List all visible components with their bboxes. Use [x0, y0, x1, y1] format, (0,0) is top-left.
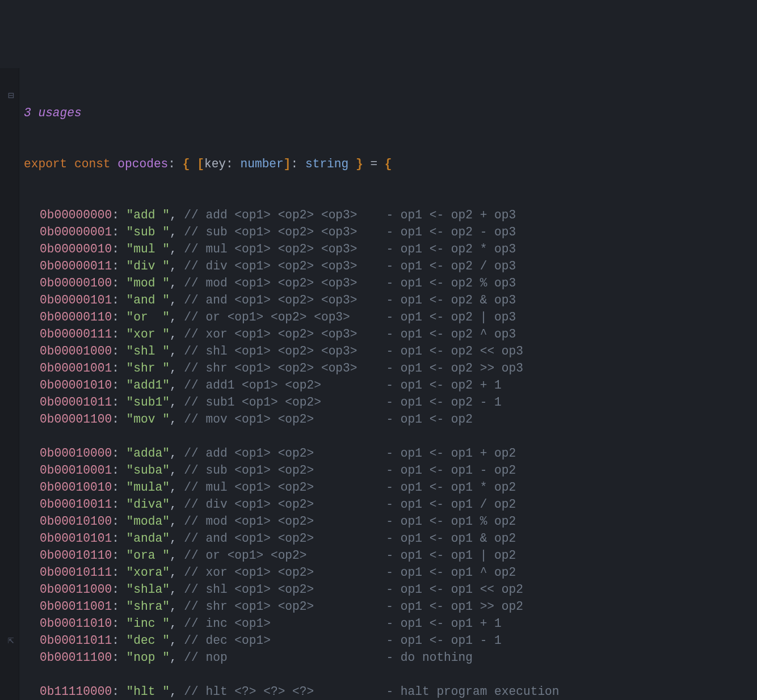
opcode-name: xor — [133, 327, 155, 341]
opcode-literal: 0b00010101 — [40, 532, 112, 545]
opcode-description: - op1 <- op1 * op2 — [386, 480, 516, 494]
opcode-row: 0b00011010: "inc ", // inc <op1> - op1 <… — [20, 615, 560, 632]
opcode-row: 0b00011001: "shra", // shr <op1> <op2> -… — [20, 598, 560, 615]
opcode-name: mul — [133, 242, 155, 256]
gutter: ⊟ ⇱ — [0, 68, 19, 700]
type-number: number — [241, 157, 284, 171]
opcode-literal: 0b00011100 — [40, 651, 112, 664]
opcode-row: 0b00010100: "moda", // mod <op1> <op2> -… — [20, 513, 560, 530]
comment-slashes: // — [184, 634, 198, 647]
comment-slashes: // — [184, 208, 198, 222]
opcode-literal: 0b00001011 — [40, 395, 112, 409]
opcode-signature: sub <op1> <op2> <op3> — [206, 225, 358, 239]
opcode-literal: 0b00000001 — [40, 225, 112, 239]
brace-open: { — [183, 157, 190, 171]
opcode-description: - op1 <- op2 - 1 — [386, 395, 501, 409]
opcode-signature: shl <op1> <op2> <op3> — [206, 344, 358, 358]
opcode-signature: mul <op1> <op2> — [205, 480, 314, 494]
opcode-signature: shr <op1> <op2> — [205, 600, 314, 613]
opcode-literal: 0b00001100 — [40, 412, 112, 426]
opcode-signature: shl <op1> <op2> — [205, 583, 314, 596]
identifier-opcodes: opcodes — [117, 157, 168, 171]
opcode-description: - op1 <- op2 >> op3 — [386, 361, 523, 375]
type-string: string — [305, 157, 348, 171]
opcode-name: ora — [133, 549, 155, 562]
comment-slashes: // — [184, 480, 198, 494]
opcode-signature: sub <op1> <op2> — [205, 463, 314, 477]
opcode-name: shra — [133, 600, 162, 613]
opcode-description: - op1 <- op2 % op3 — [386, 276, 516, 290]
opcode-description: - op1 <- op2 & op3 — [386, 293, 516, 307]
keyword-export: export — [24, 157, 67, 171]
opcode-signature: hlt <?> <?> <?> — [206, 685, 314, 698]
opcode-literal: 0b00000100 — [40, 276, 112, 290]
opcode-name: add — [133, 208, 155, 222]
opcode-literal: 0b00000110 — [40, 310, 112, 324]
opcode-row: 0b11110000: "hlt ", // hlt <?> <?> <?> -… — [20, 683, 560, 700]
comment-slashes: // — [184, 225, 198, 239]
opcode-signature: inc <op1> — [206, 617, 271, 630]
opcode-name: mov — [133, 412, 155, 426]
opcode-name: or — [133, 310, 148, 324]
opcode-literal: 0b00011011 — [40, 634, 112, 647]
bracket-open: [ — [197, 157, 204, 171]
comment-slashes: // — [184, 412, 198, 426]
opcode-literal: 0b00001000 — [40, 344, 112, 358]
opcode-row: 0b00001010: "add1", // add1 <op1> <op2> … — [20, 377, 560, 394]
comment-slashes: // — [184, 566, 198, 579]
opcode-signature: div <op1> <op2> <op3> — [206, 259, 358, 273]
opcode-row: 0b00001100: "mov ", // mov <op1> <op2> -… — [20, 411, 560, 428]
opcode-description: - op1 <- op1 ^ op2 — [386, 566, 516, 579]
opcode-description: - op1 <- op2 / op3 — [386, 259, 516, 273]
opcode-signature: and <op1> <op2> — [205, 532, 314, 545]
opcode-row: 0b00000001: "sub ", // sub <op1> <op2> <… — [20, 224, 560, 241]
opcode-name: nop — [133, 651, 155, 664]
usages-hint[interactable]: 3 usages — [24, 106, 82, 120]
code-editor[interactable]: ⊟ ⇱ 3 usages export const opcodes: { [ke… — [0, 68, 757, 700]
opcode-name: anda — [133, 532, 162, 545]
fold-marker-icon[interactable]: ⇱ — [8, 632, 14, 649]
opcode-literal: 0b00010001 — [40, 463, 112, 477]
opcode-signature: or <op1> <op2> — [206, 549, 307, 562]
opcode-signature: shr <op1> <op2> <op3> — [206, 361, 358, 375]
opcode-description: - op1 <- op1 << op2 — [386, 583, 523, 596]
opcode-literal: 0b00011000 — [40, 583, 112, 596]
opcode-signature: or <op1> <op2> <op3> — [206, 310, 350, 324]
opcode-row: 0b00010010: "mula", // mul <op1> <op2> -… — [20, 479, 560, 496]
opcode-row: 0b00011011: "dec ", // dec <op1> - op1 <… — [20, 632, 560, 649]
blank-line — [20, 428, 560, 445]
opcode-signature: and <op1> <op2> <op3> — [206, 293, 358, 307]
comment-slashes: // — [184, 532, 198, 545]
opcode-literal: 0b00000111 — [40, 327, 112, 341]
opcode-description: - op1 <- op1 + 1 — [386, 617, 501, 630]
opcode-literal: 0b11110000 — [40, 685, 112, 698]
comment-slashes: // — [184, 344, 198, 358]
opcode-signature: dec <op1> — [206, 634, 271, 647]
opcode-name: sub1 — [133, 395, 162, 409]
opcode-row: 0b00011000: "shla", // shl <op1> <op2> -… — [20, 581, 560, 598]
opcode-literal: 0b00010010 — [40, 480, 112, 494]
comment-slashes: // — [184, 600, 198, 613]
comment-slashes: // — [184, 310, 198, 324]
fold-marker-icon[interactable]: ⊟ — [8, 87, 14, 104]
opcode-description: - op1 <- op2 + 1 — [386, 378, 501, 392]
opcode-literal: 0b00000101 — [40, 293, 112, 307]
opcode-row: 0b00000011: "div ", // div <op1> <op2> <… — [20, 258, 560, 275]
object-open-brace: { — [385, 157, 392, 171]
opcode-name: and — [133, 293, 155, 307]
comment-slashes: // — [184, 293, 198, 307]
opcode-row: 0b00000111: "xor ", // xor <op1> <op2> <… — [20, 326, 560, 343]
opcode-description: - op1 <- op2 | op3 — [386, 310, 516, 324]
code-area[interactable]: 3 usages export const opcodes: { [key: n… — [19, 68, 560, 700]
opcode-name: inc — [133, 617, 155, 630]
declaration-line: export const opcodes: { [key: number]: s… — [20, 155, 560, 172]
opcode-row: 0b00000010: "mul ", // mul <op1> <op2> <… — [20, 241, 560, 258]
opcode-signature: mod <op1> <op2> — [205, 515, 314, 528]
comment-slashes: // — [184, 617, 198, 630]
opcode-description: - op1 <- op1 - 1 — [386, 634, 501, 647]
opcode-signature: xor <op1> <op2> — [205, 566, 314, 579]
opcode-literal: 0b00011010 — [40, 617, 112, 630]
opcode-literal: 0b00001001 — [40, 361, 112, 375]
opcode-description: - op1 <- op2 << op3 — [386, 344, 523, 358]
opcode-literal: 0b00010110 — [40, 549, 112, 562]
